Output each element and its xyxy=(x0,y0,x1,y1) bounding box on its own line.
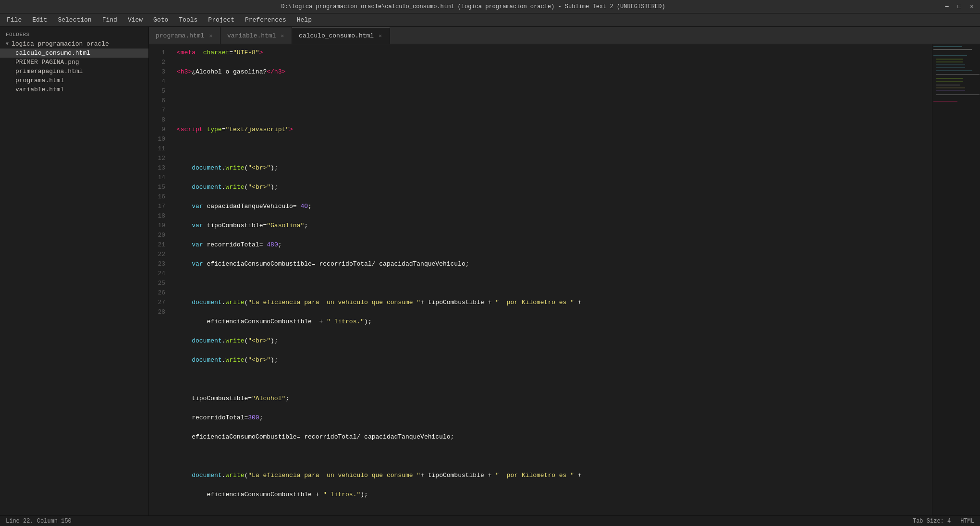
tab-label-programa: programa.html xyxy=(156,32,204,39)
menu-help[interactable]: Help xyxy=(292,14,317,25)
svg-rect-10 xyxy=(936,81,963,82)
line-numbers: 1 2 3 4 5 6 7 8 9 10 11 12 13 14 15 16 1 xyxy=(149,44,173,515)
sidebar-folder[interactable]: ▼ logica programacion oracle xyxy=(0,39,148,49)
svg-rect-6 xyxy=(936,67,965,68)
ln-21: 21 xyxy=(149,240,173,250)
sidebar-item-primer[interactable]: PRIMER PAGINA.png xyxy=(0,58,148,67)
menu-tools[interactable]: Tools xyxy=(174,14,202,25)
ln-15: 15 xyxy=(149,183,173,192)
menu-selection[interactable]: Selection xyxy=(53,14,96,25)
tab-calculo[interactable]: calculo_consumo.html ✕ xyxy=(292,27,390,44)
sidebar-item-primera[interactable]: primerapagina.html xyxy=(0,67,148,76)
code-line-14: document.write("La eficiencia para un ve… xyxy=(177,298,932,307)
ln-20: 20 xyxy=(149,231,173,240)
code-line-14b: eficienciaConsumoCombustible + " litros.… xyxy=(177,317,932,327)
tabs-bar: programa.html ✕ variable.html ✕ calculo_… xyxy=(149,27,980,44)
code-line-2: <h3>¿Alcohol o gasolina?</h3> xyxy=(177,67,932,77)
svg-rect-4 xyxy=(936,61,963,62)
code-line-15: document.write("<br>"); xyxy=(177,336,932,346)
menubar: File Edit Selection Find View Goto Tools… xyxy=(0,13,980,27)
sidebar-item-programa[interactable]: programa.html xyxy=(0,76,148,85)
ln-28: 28 xyxy=(149,307,173,317)
code-line-23 xyxy=(177,509,932,515)
status-tab-size: Tab Size: 4 xyxy=(913,518,951,525)
ln-22: 22 xyxy=(149,250,173,259)
editor-with-minimap: 1 2 3 4 5 6 7 8 9 10 11 12 13 14 15 16 1 xyxy=(149,44,980,515)
ln-14: 14 xyxy=(149,173,173,183)
close-tab-variable[interactable]: ✕ xyxy=(280,32,285,39)
svg-rect-13 xyxy=(936,90,965,91)
code-line-9: var capacidadTanqueVehiculo= 40; xyxy=(177,202,932,211)
svg-rect-8 xyxy=(936,74,980,75)
code-line-12: var eficienciaConsumoCombustible= recorr… xyxy=(177,259,932,269)
close-button[interactable]: ✕ xyxy=(968,2,976,11)
menu-find[interactable]: Find xyxy=(98,14,122,25)
svg-rect-9 xyxy=(936,78,963,79)
code-line-7: document.write("<br>"); xyxy=(177,163,932,173)
editor-area: programa.html ✕ variable.html ✕ calculo_… xyxy=(149,27,980,515)
svg-rect-11 xyxy=(936,85,960,86)
maximize-button[interactable]: □ xyxy=(955,2,964,11)
ln-23: 23 xyxy=(149,259,173,269)
sidebar-header: FOLDERS xyxy=(0,29,148,39)
minimize-button[interactable]: — xyxy=(943,2,951,11)
ln-4: 4 xyxy=(149,77,173,86)
ln-7: 7 xyxy=(149,106,173,115)
code-line-21 xyxy=(177,452,932,461)
code-line-8: document.write("<br>"); xyxy=(177,183,932,192)
ln-16: 16 xyxy=(149,192,173,202)
code-line-11: var recorridoTotal= 480; xyxy=(177,240,932,250)
titlebar: D:\logica programacion oracle\calculo_co… xyxy=(0,0,980,13)
main-area: FOLDERS ▼ logica programacion oracle cal… xyxy=(0,27,980,515)
code-line-5: <script type="text/javascript"> xyxy=(177,125,932,135)
code-line-20: eficienciaConsumoCombustible= recorridoT… xyxy=(177,432,932,442)
menu-edit[interactable]: Edit xyxy=(27,14,52,25)
ln-19: 19 xyxy=(149,221,173,231)
ln-9: 9 xyxy=(149,125,173,135)
ln-18: 18 xyxy=(149,211,173,221)
code-line-6 xyxy=(177,144,932,154)
ln-25: 25 xyxy=(149,279,173,288)
menu-project[interactable]: Project xyxy=(203,14,239,25)
svg-rect-3 xyxy=(936,59,963,60)
ln-1: 1 xyxy=(149,48,173,58)
close-tab-calculo[interactable]: ✕ xyxy=(378,32,383,39)
close-tab-programa[interactable]: ✕ xyxy=(208,32,213,39)
code-content[interactable]: <meta charset="UTF-8"> <h3>¿Alcohol o ga… xyxy=(173,44,932,515)
minimap xyxy=(932,44,980,515)
code-line-10: var tipoCombustible="Gasolina"; xyxy=(177,221,932,231)
tab-variable[interactable]: variable.html ✕ xyxy=(220,27,292,44)
code-line-13 xyxy=(177,279,932,288)
code-editor[interactable]: 1 2 3 4 5 6 7 8 9 10 11 12 13 14 15 16 1 xyxy=(149,44,932,515)
svg-rect-5 xyxy=(936,64,965,65)
sidebar-item-calculo[interactable]: calculo_consumo.html xyxy=(0,49,148,58)
svg-rect-2 xyxy=(933,55,967,56)
code-line-19: recorridoTotal=300; xyxy=(177,413,932,423)
menu-preferences[interactable]: Preferences xyxy=(240,14,291,25)
tab-programa[interactable]: programa.html ✕ xyxy=(149,27,220,44)
menu-file[interactable]: File xyxy=(2,14,26,25)
sidebar-item-variable[interactable]: variable.html xyxy=(0,85,148,94)
ln-11: 11 xyxy=(149,144,173,154)
menu-view[interactable]: View xyxy=(123,14,147,25)
folder-name: logica programacion oracle xyxy=(12,40,109,48)
svg-rect-14 xyxy=(936,94,980,95)
code-line-1: <meta charset="UTF-8"> xyxy=(177,48,932,58)
ln-13: 13 xyxy=(149,163,173,173)
status-right: Tab Size: 4 HTML xyxy=(913,518,974,525)
ln-8: 8 xyxy=(149,115,173,125)
menu-goto[interactable]: Goto xyxy=(148,14,173,25)
ln-6: 6 xyxy=(149,96,173,106)
sidebar: FOLDERS ▼ logica programacion oracle cal… xyxy=(0,27,149,515)
svg-rect-1 xyxy=(933,49,972,50)
ln-3: 3 xyxy=(149,67,173,77)
svg-rect-12 xyxy=(936,87,965,88)
window-controls: — □ ✕ xyxy=(943,2,976,11)
code-line-4 xyxy=(177,106,932,115)
code-line-18: tipoCombustible="Alcohol"; xyxy=(177,394,932,404)
folder-arrow-icon: ▼ xyxy=(6,41,9,47)
ln-12: 12 xyxy=(149,154,173,163)
code-line-16: document.write("<br>"); xyxy=(177,355,932,365)
code-line-22: document.write("La eficiencia para un ve… xyxy=(177,471,932,480)
ln-17: 17 xyxy=(149,202,173,211)
